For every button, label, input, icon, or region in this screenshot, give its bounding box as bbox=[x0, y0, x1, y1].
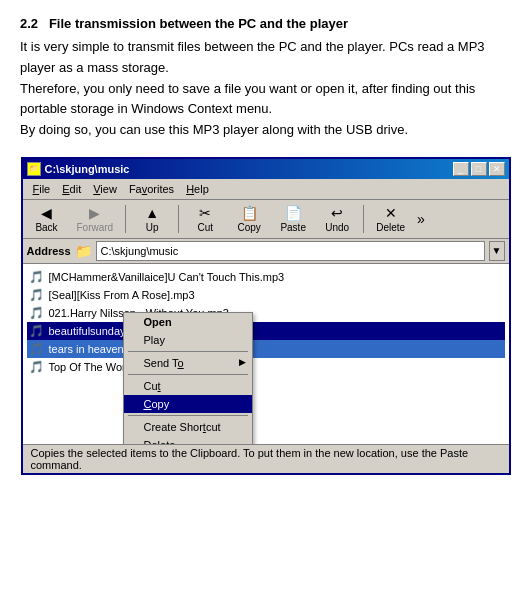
file-item[interactable]: 🎵 Top Of The Wor... bbox=[27, 358, 505, 376]
paragraph-3: By doing so, you can use this MP3 player… bbox=[20, 122, 408, 137]
forward-icon: ▶ bbox=[89, 205, 100, 221]
status-text: Copies the selected items to the Clipboa… bbox=[31, 447, 501, 471]
file-list: 🎵 [MCHammer&Vanillaice]U Can't Touch Thi… bbox=[23, 264, 509, 444]
address-bar: Address 📁 ▼ bbox=[23, 239, 509, 264]
paste-button[interactable]: 📄 Paste bbox=[273, 203, 313, 235]
title-bar: 📁 C:\skjung\music _ □ ✕ bbox=[23, 159, 509, 179]
window-icon: 📁 bbox=[27, 162, 41, 176]
copy-label: Copy bbox=[238, 222, 261, 233]
cut-icon: ✂ bbox=[199, 205, 211, 221]
address-dropdown[interactable]: ▼ bbox=[489, 241, 505, 261]
delete-button[interactable]: ✕ Delete bbox=[370, 203, 411, 235]
up-label: Up bbox=[146, 222, 159, 233]
ctx-delete[interactable]: Delete bbox=[124, 436, 252, 444]
back-button[interactable]: ◀ Back bbox=[27, 203, 67, 235]
file-icon: 🎵 bbox=[29, 323, 45, 339]
file-name: Top Of The Wor... bbox=[49, 361, 135, 373]
file-icon: 🎵 bbox=[29, 341, 45, 357]
copy-button[interactable]: 📋 Copy bbox=[229, 203, 269, 235]
file-name: [Seal][Kiss From A Rose].mp3 bbox=[49, 289, 195, 301]
menu-help[interactable]: Help bbox=[180, 181, 215, 197]
undo-icon: ↩ bbox=[331, 205, 343, 221]
menu-favorites[interactable]: Favorites bbox=[123, 181, 180, 197]
ctx-sep-3 bbox=[128, 415, 248, 416]
file-item[interactable]: 🎵 021.Harry Nilsson - Without You.mp3 bbox=[27, 304, 505, 322]
paragraph-2: Therefore, you only need to save a file … bbox=[20, 81, 475, 117]
cut-label: Cut bbox=[197, 222, 213, 233]
ctx-open[interactable]: Open bbox=[124, 313, 252, 331]
close-button[interactable]: ✕ bbox=[489, 162, 505, 176]
undo-label: Undo bbox=[325, 222, 349, 233]
undo-button[interactable]: ↩ Undo bbox=[317, 203, 357, 235]
section-header: 2.2 File transmission between the PC and… bbox=[20, 16, 511, 31]
file-item-highlighted[interactable]: 🎵 tears in heaven.mp3 bbox=[27, 340, 505, 358]
file-icon: 🎵 bbox=[29, 359, 45, 375]
ctx-sep-1 bbox=[128, 351, 248, 352]
delete-label: Delete bbox=[376, 222, 405, 233]
window-title: C:\skjung\music bbox=[45, 163, 130, 175]
more-button[interactable]: » bbox=[417, 211, 425, 227]
ctx-play[interactable]: Play bbox=[124, 331, 252, 349]
cut-button[interactable]: ✂ Cut bbox=[185, 203, 225, 235]
ctx-create-shortcut[interactable]: Create Shortcut bbox=[124, 418, 252, 436]
maximize-button[interactable]: □ bbox=[471, 162, 487, 176]
section-body: It is very simple to transmit files betw… bbox=[20, 37, 511, 141]
context-menu: Open Play Send To Cut Copy Create Shortc… bbox=[123, 312, 253, 444]
toolbar-sep-1 bbox=[125, 205, 126, 233]
up-button[interactable]: ▲ Up bbox=[132, 203, 172, 235]
file-icon: 🎵 bbox=[29, 287, 45, 303]
copy-icon: 📋 bbox=[241, 205, 258, 221]
menu-bar: File Edit View Favorites Help bbox=[23, 179, 509, 200]
ctx-sendto[interactable]: Send To bbox=[124, 354, 252, 372]
status-bar: Copies the selected items to the Clipboa… bbox=[23, 444, 509, 473]
title-buttons: _ □ ✕ bbox=[453, 162, 505, 176]
title-bar-left: 📁 C:\skjung\music bbox=[27, 162, 130, 176]
address-input[interactable] bbox=[96, 241, 485, 261]
file-name: [MCHammer&Vanillaice]U Can't Touch This.… bbox=[49, 271, 285, 283]
delete-icon: ✕ bbox=[385, 205, 397, 221]
forward-button[interactable]: ▶ Forward bbox=[71, 203, 120, 235]
menu-view[interactable]: View bbox=[87, 181, 123, 197]
ctx-copy[interactable]: Copy bbox=[124, 395, 252, 413]
paste-icon: 📄 bbox=[285, 205, 302, 221]
toolbar-sep-3 bbox=[363, 205, 364, 233]
file-item[interactable]: 🎵 [Seal][Kiss From A Rose].mp3 bbox=[27, 286, 505, 304]
section-number: 2.2 bbox=[20, 16, 38, 31]
menu-file[interactable]: File bbox=[27, 181, 57, 197]
explorer-window: 📁 C:\skjung\music _ □ ✕ File Edit View F… bbox=[21, 157, 511, 475]
paragraph-1: It is very simple to transmit files betw… bbox=[20, 39, 485, 75]
address-label: Address bbox=[27, 245, 71, 257]
file-item[interactable]: 🎵 [MCHammer&Vanillaice]U Can't Touch Thi… bbox=[27, 268, 505, 286]
back-icon: ◀ bbox=[41, 205, 52, 221]
up-icon: ▲ bbox=[145, 205, 159, 221]
ctx-cut[interactable]: Cut bbox=[124, 377, 252, 395]
folder-icon: 📁 bbox=[75, 243, 92, 259]
section-title: File transmission between the PC and the… bbox=[49, 16, 348, 31]
toolbar: ◀ Back ▶ Forward ▲ Up ✂ Cut 📋 Copy 📄 Pas… bbox=[23, 200, 509, 239]
back-label: Back bbox=[35, 222, 57, 233]
minimize-button[interactable]: _ bbox=[453, 162, 469, 176]
file-item-selected[interactable]: 🎵 beautifulsunday.mp3 bbox=[27, 322, 505, 340]
ctx-sep-2 bbox=[128, 374, 248, 375]
file-icon: 🎵 bbox=[29, 305, 45, 321]
forward-label: Forward bbox=[77, 222, 114, 233]
menu-edit[interactable]: Edit bbox=[56, 181, 87, 197]
paste-label: Paste bbox=[280, 222, 306, 233]
file-icon: 🎵 bbox=[29, 269, 45, 285]
toolbar-sep-2 bbox=[178, 205, 179, 233]
